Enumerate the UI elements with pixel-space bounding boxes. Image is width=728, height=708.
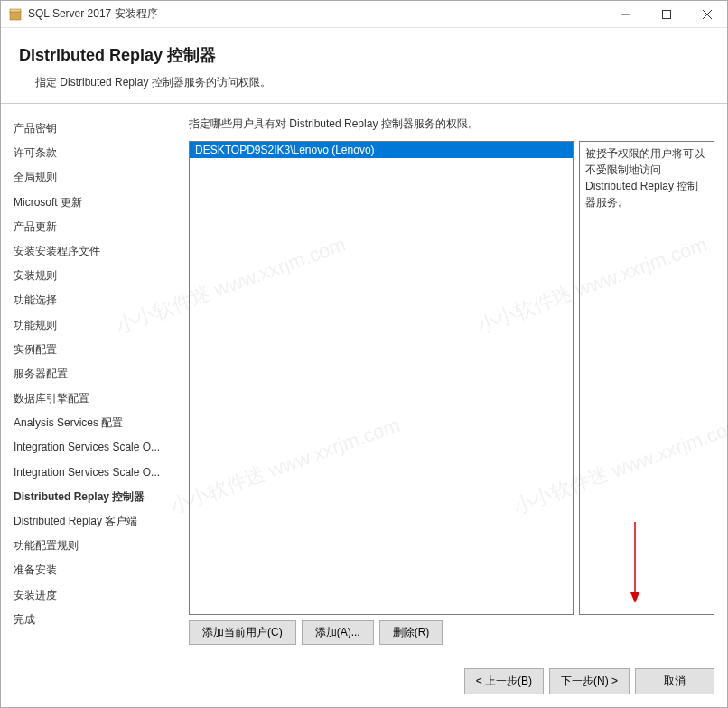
window-title: SQL Server 2017 安装程序 — [28, 6, 605, 22]
page-title: Distributed Replay 控制器 — [19, 44, 709, 66]
add-current-user-button[interactable]: 添加当前用户(C) — [189, 620, 296, 645]
nav-item[interactable]: Integration Services Scale O... — [14, 461, 176, 485]
nav-sidebar: 产品密钥许可条款全局规则Microsoft 更新产品更新安装安装程序文件安装规则… — [1, 104, 182, 657]
nav-item[interactable]: 功能选择 — [14, 288, 176, 312]
nav-item[interactable]: Analysis Services 配置 — [14, 411, 176, 435]
svg-rect-3 — [662, 10, 670, 18]
content-row: DESKTOPD9S2IK3\Lenovo (Lenovo) 被授予权限的用户将… — [189, 141, 714, 615]
nav-item[interactable]: 准备安装 — [14, 558, 176, 582]
users-listbox[interactable]: DESKTOPD9S2IK3\Lenovo (Lenovo) — [189, 141, 574, 615]
svg-rect-0 — [10, 11, 21, 20]
remove-user-button[interactable]: 删除(R) — [379, 620, 443, 645]
nav-item[interactable]: 安装进度 — [14, 583, 176, 608]
info-panel: 被授予权限的用户将可以不受限制地访问 Distributed Replay 控制… — [579, 141, 714, 615]
nav-item[interactable]: 功能规则 — [14, 313, 176, 338]
nav-item[interactable]: 实例配置 — [14, 338, 176, 362]
close-button[interactable] — [686, 1, 727, 27]
maximize-button[interactable] — [646, 1, 686, 27]
nav-item[interactable]: Distributed Replay 控制器 — [14, 485, 176, 509]
nav-item[interactable]: 安装安装程序文件 — [14, 239, 176, 264]
body: 产品密钥许可条款全局规则Microsoft 更新产品更新安装安装程序文件安装规则… — [1, 104, 727, 657]
back-button[interactable]: < 上一步(B) — [464, 668, 544, 694]
app-icon — [8, 7, 23, 22]
maximize-icon — [662, 10, 671, 19]
main-content: 指定哪些用户具有对 Distributed Replay 控制器服务的权限。 D… — [182, 104, 727, 657]
minimize-button[interactable] — [605, 1, 646, 27]
nav-item[interactable]: 许可条款 — [14, 141, 176, 165]
next-button[interactable]: 下一步(N) > — [549, 668, 630, 694]
installer-window: SQL Server 2017 安装程序 Distributed Replay … — [0, 0, 728, 708]
page-header: Distributed Replay 控制器 指定 Distributed Re… — [1, 28, 727, 104]
minimize-icon — [621, 10, 630, 19]
svg-rect-1 — [10, 9, 21, 12]
nav-item[interactable]: Integration Services Scale O... — [14, 435, 176, 460]
nav-item[interactable]: 服务器配置 — [14, 362, 176, 387]
nav-item[interactable]: 数据库引擎配置 — [14, 387, 176, 411]
nav-item[interactable]: 产品更新 — [14, 215, 176, 239]
cancel-button[interactable]: 取消 — [635, 668, 714, 694]
nav-item[interactable]: Microsoft 更新 — [14, 191, 176, 215]
nav-item[interactable]: Distributed Replay 客户端 — [14, 509, 176, 534]
user-buttons-row: 添加当前用户(C) 添加(A)... 删除(R) — [189, 620, 714, 645]
close-icon — [703, 10, 712, 19]
nav-item[interactable]: 功能配置规则 — [14, 534, 176, 558]
page-description: 指定 Distributed Replay 控制器服务的访问权限。 — [19, 75, 709, 90]
nav-item[interactable]: 完成 — [14, 608, 176, 632]
window-controls — [605, 1, 727, 27]
titlebar: SQL Server 2017 安装程序 — [1, 1, 727, 28]
nav-item[interactable]: 全局规则 — [14, 165, 176, 190]
nav-item[interactable]: 产品密钥 — [14, 116, 176, 141]
footer-buttons: < 上一步(B) 下一步(N) > 取消 — [1, 657, 727, 707]
instruction-text: 指定哪些用户具有对 Distributed Replay 控制器服务的权限。 — [189, 116, 714, 132]
nav-item[interactable]: 安装规则 — [14, 264, 176, 288]
add-user-button[interactable]: 添加(A)... — [302, 620, 374, 645]
user-list-item[interactable]: DESKTOPD9S2IK3\Lenovo (Lenovo) — [190, 142, 573, 158]
